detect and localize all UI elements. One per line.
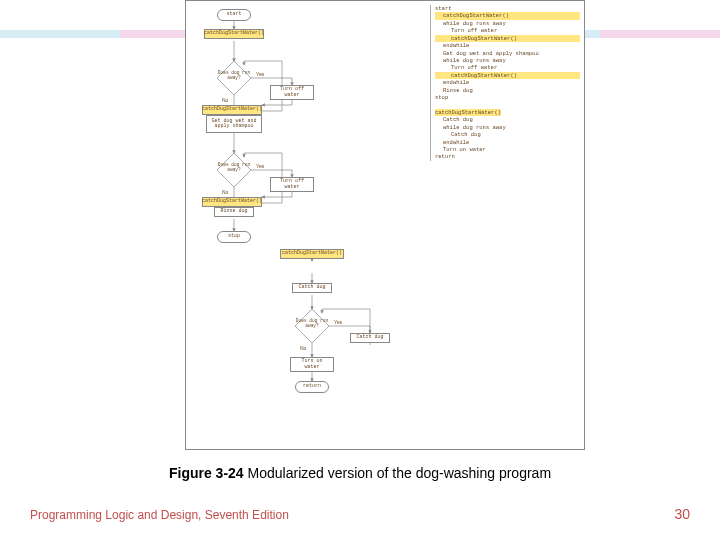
call-catchdog-1: catchDogStartWater()	[204, 29, 264, 39]
label-yes-1: Yes	[256, 71, 264, 77]
label-no-2: No	[222, 189, 228, 195]
terminal-stop: stop	[217, 231, 251, 243]
proc-rinse: Rinse dog	[214, 207, 254, 217]
label-yes-2: Yes	[256, 163, 264, 169]
pseudocode: start catchDogStartWater() while dog run…	[430, 5, 580, 161]
pc-s1: Catch dog	[435, 116, 580, 123]
proc-catch-1: Catch dog	[292, 283, 332, 293]
pc-s0: catchDogStartWater()	[435, 109, 501, 116]
pc-l10: endwhile	[435, 79, 580, 86]
decision-runaway-2: Does dog run away?	[217, 153, 251, 187]
pc-l4: catchDogStartWater()	[435, 35, 580, 42]
pc-s6: return	[435, 153, 455, 160]
pc-l7: while dog runs away	[435, 57, 580, 64]
pc-l9: catchDogStartWater()	[435, 72, 580, 79]
pc-l11: Rinse dog	[435, 87, 580, 94]
pc-l0: start	[435, 5, 452, 12]
pc-s3: Catch dog	[435, 131, 580, 138]
pc-s2: while dog runs away	[435, 124, 580, 131]
pc-l5: endwhile	[435, 42, 580, 49]
flowchart: start catchDogStartWater() Does dog run …	[192, 5, 422, 445]
pc-s4: endwhile	[435, 139, 580, 146]
pc-s5: Turn on water	[435, 146, 580, 153]
pc-l12: stop	[435, 94, 448, 101]
label-yes-3: Yes	[334, 319, 342, 325]
footer-page-number: 30	[674, 506, 690, 522]
proc-wet-shampoo: Get dog wet and apply shampoo	[206, 115, 262, 133]
decision-runaway-3: Does dog run away?	[295, 309, 329, 343]
proc-turn-on-water: Turn on water	[290, 357, 334, 372]
terminal-return: return	[295, 381, 329, 393]
figure-caption-text: Modularized version of the dog-washing p…	[244, 465, 551, 481]
pc-l8: Turn off water	[435, 64, 580, 71]
proc-catch-2: Catch dog	[350, 333, 390, 343]
figure-caption: Figure 3-24 Modularized version of the d…	[0, 465, 720, 481]
pc-l1: catchDogStartWater()	[435, 12, 580, 19]
call-catchdog-2: catchDogStartWater()	[202, 105, 262, 115]
decision-runaway-1: Does dog run away?	[217, 61, 251, 95]
call-catchdog-3: catchDogStartWater()	[202, 197, 262, 207]
proc-off-water-2: Turn off water	[270, 177, 314, 192]
footer-book-title: Programming Logic and Design, Seventh Ed…	[30, 508, 289, 522]
pc-l6: Get dog wet and apply shampoo	[435, 50, 580, 57]
label-no-1: No	[222, 97, 228, 103]
pc-l2: while dog runs away	[435, 20, 580, 27]
pc-l3: Turn off water	[435, 27, 580, 34]
figure-number: Figure 3-24	[169, 465, 244, 481]
label-no-3: No	[300, 345, 306, 351]
subroutine-header: catchDogStartWater()	[280, 249, 344, 259]
proc-off-water-1: Turn off water	[270, 85, 314, 100]
figure-frame: start catchDogStartWater() Does dog run …	[185, 0, 585, 450]
terminal-start: start	[217, 9, 251, 21]
